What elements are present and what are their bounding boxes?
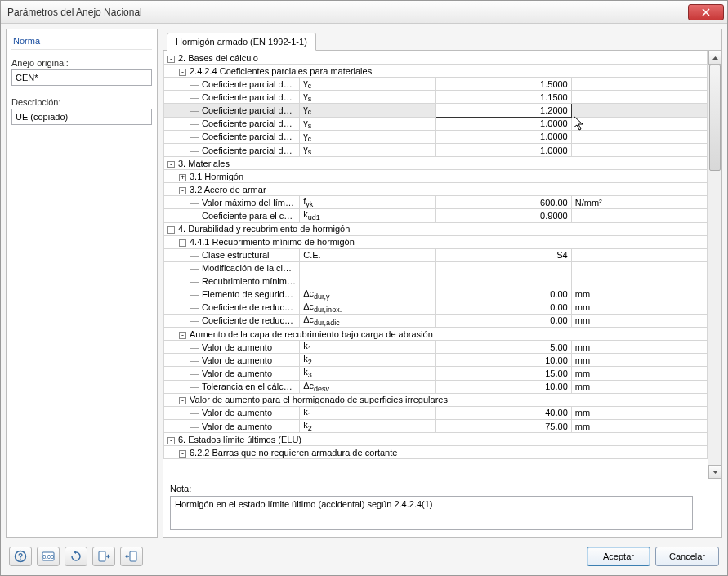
- row-description: Clase estructural: [202, 250, 270, 260]
- table-row[interactable]: —Coeficiente parcial del acero en el est…: [164, 91, 708, 104]
- table-row[interactable]: -3.2 Acero de armar: [164, 183, 708, 196]
- reset-button[interactable]: [65, 547, 87, 566]
- aceptar-button[interactable]: Aceptar: [587, 547, 650, 566]
- export-button[interactable]: [120, 547, 143, 566]
- parameter-tree[interactable]: -2. Bases del cálculo-2.4.2.4 Coeficient…: [163, 51, 708, 479]
- row-symbol: fyk: [300, 196, 435, 209]
- row-value[interactable]: 1.0000: [435, 143, 571, 156]
- collapse-icon[interactable]: -: [179, 450, 186, 458]
- row-value[interactable]: 0.00: [435, 314, 571, 327]
- scroll-down-arrow[interactable]: [708, 465, 721, 479]
- row-unit: [571, 91, 707, 104]
- tab-hormigon[interactable]: Hormigón armado (EN 1992-1-1): [167, 33, 316, 51]
- row-value[interactable]: 40.00: [435, 406, 571, 419]
- reset-icon: [69, 550, 83, 563]
- table-row[interactable]: +3.1 Hormigón: [164, 170, 708, 183]
- table-row[interactable]: —Valor máximo del límite elásticofyk600.…: [164, 196, 708, 209]
- table-row[interactable]: —Valor de aumentok140.00mm: [164, 406, 708, 419]
- import-button[interactable]: [92, 547, 115, 566]
- row-symbol: k2: [300, 420, 435, 433]
- row-value[interactable]: 0.9000: [435, 209, 571, 222]
- collapse-icon[interactable]: -: [167, 437, 175, 444]
- table-row[interactable]: -3. Materiales: [164, 157, 708, 170]
- table-row[interactable]: -2.4.2.4 Coeficientes parciales para mat…: [164, 65, 708, 78]
- leaf-dash-icon: —: [190, 289, 199, 299]
- table-row[interactable]: -Aumento de la capa de recubrimiento baj…: [164, 328, 708, 341]
- row-unit: mm: [571, 380, 707, 393]
- table-row[interactable]: —Coeficiente parcial del hormigón para e…: [164, 130, 708, 143]
- row-description: 4. Durabilidad y recubrimiento de hormig…: [178, 224, 350, 234]
- scroll-up-arrow[interactable]: [708, 51, 721, 65]
- collapse-icon[interactable]: -: [167, 161, 175, 168]
- row-value[interactable]: 1.1500: [435, 91, 571, 104]
- row-value[interactable]: 10.00: [435, 380, 571, 393]
- row-value[interactable]: 1.0000: [435, 130, 571, 143]
- table-row[interactable]: —Coeficiente para el cálculo del valor d…: [164, 209, 708, 222]
- row-value[interactable]: 15.00: [435, 367, 571, 380]
- window-title: Parámetros del Anejo Nacional: [7, 7, 688, 18]
- svg-text:0.00: 0.00: [42, 554, 54, 560]
- table-row[interactable]: —Valor de aumentok210.00mm: [164, 354, 708, 367]
- anejo-input[interactable]: [11, 69, 152, 86]
- table-row[interactable]: -6.2.2 Barras que no requieren armadura …: [164, 446, 708, 459]
- row-description: 3.2 Acero de armar: [190, 185, 266, 194]
- table-row[interactable]: -Valor de aumento para el hormigonado de…: [164, 393, 708, 406]
- cancelar-button[interactable]: Cancelar: [655, 547, 719, 566]
- dialog-window: Parámetros del Anejo Nacional Norma Anej…: [0, 0, 728, 576]
- table-row[interactable]: —Valor de aumentok15.00mm: [164, 341, 708, 354]
- row-value[interactable]: [435, 275, 571, 288]
- leaf-dash-icon: —: [190, 263, 199, 273]
- table-row[interactable]: —Coeficiente parcial del hormigón en el …: [164, 104, 708, 117]
- row-value[interactable]: 1.0000: [435, 117, 571, 130]
- row-value[interactable]: 10.00: [435, 354, 571, 367]
- norma-link[interactable]: Norma: [11, 33, 152, 50]
- row-value[interactable]: S4: [435, 248, 571, 261]
- row-value[interactable]: 75.00: [435, 420, 571, 433]
- row-description: Coeficiente parcial del acero en el esta…: [202, 118, 300, 128]
- collapse-icon[interactable]: -: [167, 226, 175, 234]
- collapse-icon[interactable]: -: [179, 187, 186, 194]
- descripcion-input[interactable]: [11, 109, 152, 125]
- row-description: Valor de aumento: [202, 422, 272, 431]
- decimals-button[interactable]: 0.00: [37, 547, 60, 566]
- expand-icon[interactable]: +: [179, 174, 186, 181]
- row-value[interactable]: [435, 261, 571, 275]
- table-row[interactable]: -4. Durabilidad y recubrimiento de hormi…: [164, 222, 708, 235]
- collapse-icon[interactable]: -: [179, 239, 186, 247]
- row-value[interactable]: 600.00: [435, 196, 571, 209]
- table-row[interactable]: —Coeficiente parcial del acero en el est…: [164, 117, 708, 130]
- svg-text:?: ?: [18, 552, 23, 561]
- titlebar: Parámetros del Anejo Nacional: [1, 1, 727, 24]
- table-row[interactable]: —Valor de aumentok315.00mm: [164, 367, 708, 380]
- table-row[interactable]: -4.4.1 Recubrimiento mínimo de hormigón: [164, 235, 708, 248]
- table-row[interactable]: -6. Estados límite últimos (ELU): [164, 433, 708, 446]
- collapse-icon[interactable]: -: [179, 397, 186, 404]
- table-row[interactable]: -2. Bases del cálculo: [164, 51, 708, 65]
- table-row[interactable]: —Modificación de la clase estructural: [164, 261, 708, 275]
- row-value[interactable]: 1.5000: [435, 78, 571, 91]
- table-row[interactable]: —Tolerancia en el cálculo para la desvia…: [164, 380, 708, 393]
- main-panel: Hormigón armado (EN 1992-1-1) -2. Bases …: [163, 29, 722, 538]
- scroll-thumb[interactable]: [709, 65, 721, 171]
- table-row[interactable]: —Coeficiente de reducción para el hormig…: [164, 314, 708, 327]
- close-button[interactable]: [688, 4, 724, 20]
- row-value[interactable]: 1.2000: [435, 104, 571, 117]
- table-row[interactable]: —Coeficiente parcial del acero en el est…: [164, 143, 708, 156]
- row-description: Valor de aumento: [202, 408, 272, 417]
- table-row[interactable]: —Clase estructuralC.E.S4: [164, 248, 708, 261]
- collapse-icon[interactable]: -: [167, 56, 175, 63]
- row-unit: mm: [571, 406, 707, 419]
- help-button[interactable]: ?: [9, 547, 32, 566]
- table-row[interactable]: —Coeficiente de reducción bajo el uso de…: [164, 301, 708, 314]
- row-value[interactable]: 5.00: [435, 341, 571, 354]
- row-unit: [571, 209, 707, 222]
- table-row[interactable]: —Elemento de seguridad adicional para el…: [164, 288, 708, 301]
- row-value[interactable]: 0.00: [435, 288, 571, 301]
- table-row[interactable]: —Valor de aumentok275.00mm: [164, 420, 708, 433]
- collapse-icon[interactable]: -: [179, 332, 186, 339]
- collapse-icon[interactable]: -: [179, 69, 186, 76]
- table-row[interactable]: —Recubrimiento mínimo de hormigón: [164, 275, 708, 288]
- table-row[interactable]: —Coeficiente parcial del hormigón para e…: [164, 78, 708, 91]
- row-value[interactable]: 0.00: [435, 301, 571, 314]
- vertical-scrollbar[interactable]: [708, 51, 721, 479]
